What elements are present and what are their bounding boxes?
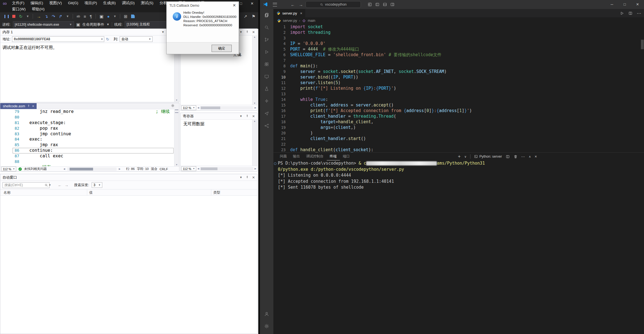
asm-code-area[interactable]: 79 jnz read_more; 继续8081execute_stage:82… (0, 109, 174, 167)
menu-hamburger-icon[interactable] (273, 3, 277, 6)
scroll-down-icon[interactable]: ▼ (174, 164, 179, 166)
show-next-statement-button[interactable]: → (37, 14, 41, 18)
dropdown-button[interactable]: ▼ (26, 14, 29, 18)
prev-arrow-icon[interactable]: ← (58, 183, 62, 187)
activity-settings-icon[interactable] (260, 320, 273, 332)
maximize-panel-icon[interactable]: ∧ (529, 155, 531, 158)
step-out-button[interactable]: ↱ (59, 14, 63, 18)
refresh-icon[interactable]: ↻ (106, 37, 109, 41)
share-button[interactable]: ↗ (244, 14, 247, 18)
asm-line[interactable]: 87 call exec (0, 153, 174, 159)
close-panel-icon[interactable]: × (535, 154, 537, 159)
code-line[interactable]: 23def handle_client(client_socket): (273, 147, 644, 152)
asm-line[interactable]: 84exec: (0, 137, 174, 142)
text-abc-button[interactable]: ab (77, 14, 80, 18)
lifecycle-label[interactable]: 生命周期事件 (82, 22, 104, 27)
dropdown-button[interactable]: ▼ (66, 14, 69, 18)
autos-search-input[interactable] (3, 182, 49, 188)
close-icon[interactable]: ✕ (252, 176, 255, 179)
code-line[interactable]: 8def main(): (273, 63, 644, 69)
columns-combo[interactable]: 自动▼ (120, 36, 153, 42)
editor-options-gear-icon[interactable] (171, 104, 175, 108)
search-depth-combo[interactable]: 3▼ (92, 182, 102, 188)
column-type[interactable]: 类型 (213, 190, 220, 195)
dialog-close-icon[interactable]: ✕ (233, 3, 236, 8)
code-line[interactable]: 1import socket (273, 24, 644, 30)
more-actions-icon[interactable]: ⋯ (637, 11, 641, 16)
menu-item[interactable]: Git(G) (65, 0, 81, 6)
scroll-left-icon[interactable]: ◀ (197, 167, 199, 170)
code-line[interactable]: 3 (273, 35, 644, 41)
splitter-handle[interactable] (175, 110, 178, 113)
code-line[interactable]: 12 print(f'[*] Listening on {IP}:{PORT}'… (273, 86, 644, 91)
process-combo[interactable]: [41120] shellcode-masm.exe▼ (13, 21, 74, 28)
panel-tab-终端[interactable]: 终端 (327, 153, 340, 160)
column-name[interactable]: 名称 (4, 190, 11, 195)
activity-account-icon[interactable] (260, 308, 273, 320)
chevron-down-icon[interactable]: ▼ (106, 22, 110, 27)
menu-item[interactable]: 帮助(H) (29, 6, 48, 12)
activity-testing-icon[interactable] (260, 83, 273, 95)
close-icon[interactable]: × (32, 104, 34, 108)
code-line[interactable]: 19 args=(client,) (273, 125, 644, 130)
memory-panel-title[interactable]: 内存 1 ▼✕ (0, 29, 179, 35)
scroll-up-icon[interactable]: ▲ (252, 36, 257, 38)
tab-shellcode-asm[interactable]: shellcode.asm × (0, 103, 37, 109)
menu-item[interactable]: 窗口(W) (9, 6, 29, 12)
kill-terminal-icon[interactable] (513, 155, 518, 159)
minimize-button[interactable]: ─ (605, 0, 618, 9)
code-line[interactable]: 18 target=handle_client, (273, 119, 644, 125)
code-line[interactable]: 21 client_handler.start() (273, 136, 644, 141)
asm-line[interactable]: 83 jmp continue; (0, 131, 174, 137)
code-editor[interactable]: 1import socket2import threading34IP = '0… (273, 24, 644, 152)
close-button[interactable]: ✕ (631, 0, 644, 9)
flag-button[interactable]: ⚑ (252, 14, 255, 18)
asm-line[interactable]: 81execute_stage: (0, 120, 174, 126)
panel-bottom-icon[interactable] (383, 2, 387, 7)
activity-ai-chat-icon[interactable] (260, 95, 273, 107)
menu-item[interactable]: 调试(D) (119, 0, 138, 6)
close-button[interactable]: ✕ (247, 0, 258, 7)
terminal-profile-item[interactable]: Python: server (474, 155, 502, 158)
asm-line[interactable]: 86continue: (0, 148, 174, 153)
command-decoration-icon[interactable] (274, 162, 276, 165)
panel-tab-输出[interactable]: 输出 (290, 153, 303, 160)
close-icon[interactable]: ✕ (252, 114, 255, 118)
step-into-button[interactable]: ↴ (44, 14, 48, 18)
sidebar-right-icon[interactable] (390, 2, 395, 7)
breadcrumb-symbol[interactable]: main (308, 19, 315, 23)
next-arrow-icon[interactable]: → (65, 183, 68, 187)
collapse-icon[interactable]: ▼ (240, 176, 242, 179)
breadcrumb-file[interactable]: server.py (283, 19, 297, 23)
menu-item[interactable]: 项目(P) (81, 0, 100, 6)
panel-tab-问题[interactable]: 问题 (277, 153, 290, 160)
asm-scrollbar[interactable]: ▼ (174, 109, 179, 167)
scroll-right-icon[interactable]: ▶ (255, 167, 256, 170)
code-line[interactable]: 14 while True: (273, 97, 644, 102)
stop-button[interactable] (12, 15, 15, 18)
code-line[interactable]: 7 (273, 58, 644, 63)
asm-line[interactable]: 82 pop rax (0, 126, 174, 131)
activity-extensions-icon[interactable] (260, 58, 273, 70)
breakpoint-button[interactable]: ● (107, 14, 110, 18)
h-scrollbar[interactable] (200, 167, 253, 170)
lifecycle-icon[interactable]: ▣ (76, 22, 80, 27)
close-icon[interactable]: × (300, 11, 302, 15)
disassembly-scrollbar[interactable]: ▲ ▼ (252, 35, 257, 105)
pin-icon[interactable] (246, 176, 249, 179)
collapse-icon[interactable]: ▼ (162, 30, 164, 34)
close-icon[interactable]: ✕ (252, 30, 255, 34)
scroll-down-icon[interactable]: ▼ (174, 99, 179, 101)
maximize-button[interactable]: □ (618, 0, 631, 9)
code-line[interactable]: 17 client_handler = threading.Thread( (273, 113, 644, 119)
pin-icon[interactable] (246, 30, 249, 34)
split-terminal-icon[interactable] (506, 155, 510, 159)
collapse-icon[interactable]: ▼ (240, 115, 242, 118)
tab-server-py[interactable]: server.py × (273, 9, 305, 17)
terminal[interactable]: PS D:\python-code\vscodepython> & cams/P… (273, 160, 644, 334)
zoom-combo[interactable]: 112 %▼ (181, 105, 196, 110)
bookmark-button[interactable]: ▣ (100, 14, 103, 18)
scroll-right-icon[interactable]: ▶ (255, 106, 256, 109)
asm-line[interactable]: 88 (0, 159, 174, 165)
code-line[interactable]: 11 server.listen(5) (273, 80, 644, 86)
